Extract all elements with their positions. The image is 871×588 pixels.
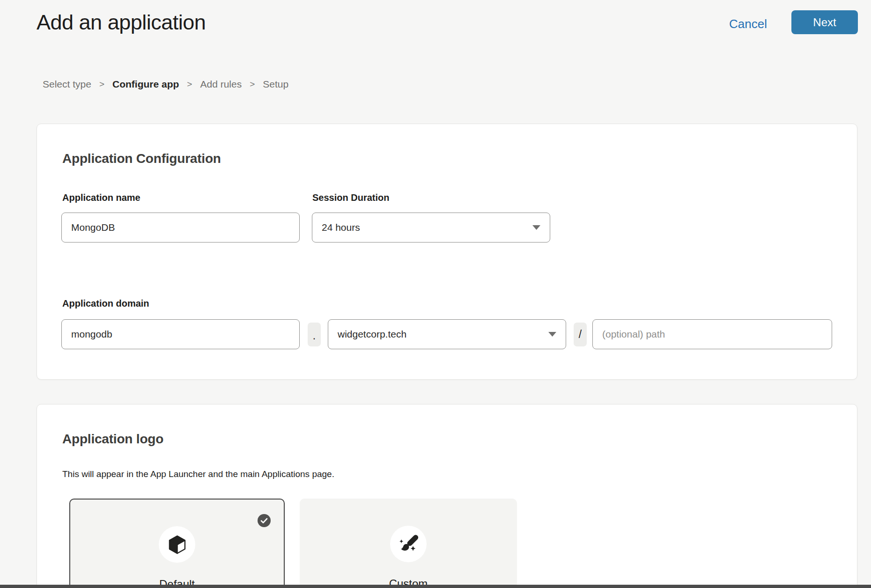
breadcrumb-separator: >	[250, 79, 255, 89]
chevron-down-icon	[532, 225, 540, 230]
step-select-type[interactable]: Select type	[43, 79, 91, 90]
step-add-rules[interactable]: Add rules	[200, 79, 242, 90]
application-domain-label: Application domain	[62, 298, 149, 309]
path-input[interactable]	[592, 319, 832, 349]
domain-slash-separator: /	[574, 323, 587, 346]
application-name-input[interactable]	[61, 213, 300, 243]
bottom-edge-bar	[0, 585, 871, 588]
step-configure-app[interactable]: Configure app	[112, 79, 179, 90]
application-configuration-card: Application Configuration Application na…	[37, 124, 857, 380]
application-logo-card: Application logo This will appear in the…	[37, 404, 857, 588]
session-duration-value: 24 hours	[322, 222, 360, 233]
selected-check-badge	[258, 514, 271, 527]
step-setup[interactable]: Setup	[263, 79, 288, 90]
application-name-label: Application name	[62, 192, 140, 203]
domain-value: widgetcorp.tech	[338, 329, 406, 340]
application-logo-description: This will appear in the App Launcher and…	[62, 469, 334, 479]
paintbrush-icon	[398, 533, 419, 555]
custom-logo-circle	[390, 526, 427, 562]
logo-option-default[interactable]: Default	[69, 499, 285, 588]
next-button[interactable]: Next	[791, 10, 858, 34]
application-configuration-heading: Application Configuration	[62, 151, 221, 166]
domain-select[interactable]: widgetcorp.tech	[328, 319, 566, 349]
cube-icon	[169, 535, 186, 554]
breadcrumb-separator: >	[187, 79, 192, 89]
subdomain-input[interactable]	[61, 319, 300, 349]
page-title: Add an application	[37, 10, 206, 35]
session-duration-select[interactable]: 24 hours	[312, 213, 550, 243]
breadcrumb: Select type > Configure app > Add rules …	[43, 79, 288, 90]
check-icon	[260, 518, 268, 524]
cancel-button[interactable]: Cancel	[729, 17, 767, 31]
add-application-page: Add an application Cancel Next Select ty…	[0, 0, 871, 588]
logo-option-custom[interactable]: Custom	[300, 499, 517, 588]
application-logo-heading: Application logo	[62, 432, 163, 447]
chevron-down-icon	[548, 332, 556, 337]
session-duration-label: Session Duration	[312, 192, 389, 203]
domain-dot-separator: .	[308, 323, 321, 346]
default-logo-circle	[159, 526, 195, 563]
breadcrumb-separator: >	[99, 79, 104, 89]
